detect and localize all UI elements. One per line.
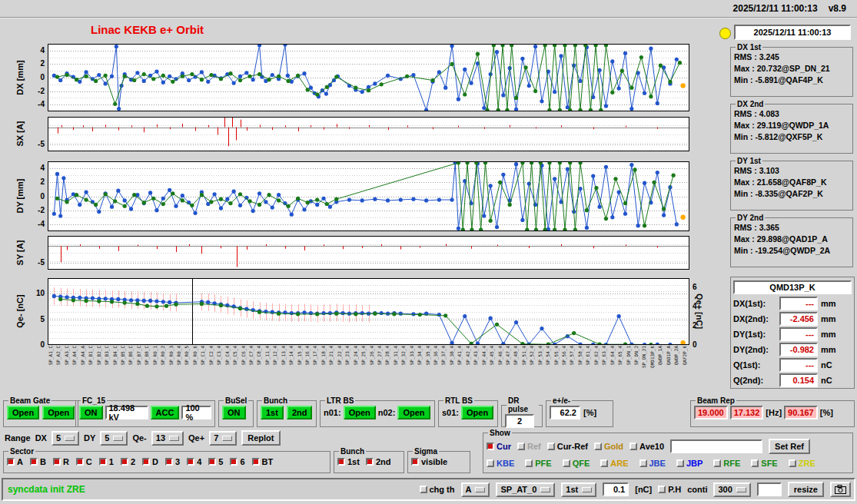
show-ave10-box[interactable]: [629, 443, 637, 450]
x-axis-bpm-label: QAD1P_A: [666, 346, 671, 365]
ltr-n02-open-button[interactable]: Open: [397, 406, 430, 419]
show-are[interactable]: ARE: [600, 459, 628, 468]
show-jbe-box[interactable]: [639, 459, 647, 467]
sector-bt-box[interactable]: [252, 458, 260, 466]
busel-on-button[interactable]: ON: [222, 406, 246, 419]
show-cur-box[interactable]: [487, 443, 494, 450]
show-zre[interactable]: ZRE: [789, 459, 815, 468]
show-qfe[interactable]: QFE: [563, 459, 590, 468]
bunch-sel-1st[interactable]: 1st: [337, 457, 360, 466]
snapshot-button[interactable]: [830, 482, 851, 497]
show-pfe-box[interactable]: [525, 459, 533, 467]
ph-checkbox[interactable]: P.H: [658, 485, 681, 494]
sector-d[interactable]: D: [142, 457, 158, 466]
show-sfe[interactable]: SFE: [751, 459, 777, 468]
fc15-acc-button[interactable]: ACC: [151, 406, 180, 419]
set-ref-button[interactable]: Set Ref: [769, 439, 810, 454]
beam-gate-open-button-2[interactable]: Open: [42, 406, 75, 419]
beam-gate-open-button-1[interactable]: Open: [7, 406, 39, 419]
ph-checkbox-box[interactable]: [658, 486, 666, 493]
sector-b[interactable]: B: [30, 457, 46, 466]
show-are-box[interactable]: [600, 459, 608, 467]
bunch-sel-1st-box[interactable]: [337, 458, 345, 466]
x-axis-bpm-label: SP_14_4: [288, 346, 294, 365]
sector-1-box[interactable]: [99, 458, 107, 466]
ref-file-input[interactable]: [670, 439, 762, 453]
show-kbe-box[interactable]: [487, 459, 494, 467]
show-ref[interactable]: Ref: [517, 442, 541, 451]
range-qe-minus-select[interactable]: 13: [151, 431, 184, 446]
sector-2-box[interactable]: [121, 458, 128, 466]
threshold-field[interactable]: 0.1: [603, 482, 629, 496]
bpm-selector[interactable]: QMD13P_K: [733, 280, 852, 294]
show-sfe-box[interactable]: [751, 459, 759, 467]
fc15-on-button[interactable]: ON: [79, 406, 103, 419]
sigma-visible[interactable]: visible: [411, 457, 447, 466]
show-cur-ref[interactable]: Cur-Ref: [547, 442, 588, 451]
bunch-sel-2nd[interactable]: 2nd: [366, 457, 391, 466]
show-zre-box[interactable]: [789, 459, 796, 467]
sector-6-box[interactable]: [230, 458, 238, 466]
rtl-s01-open-button[interactable]: Open: [461, 406, 493, 419]
show-cur-ref-box[interactable]: [547, 443, 555, 450]
replot-button[interactable]: Replot: [241, 430, 280, 446]
sector-bt[interactable]: BT: [252, 457, 274, 466]
sector-5[interactable]: 5: [208, 457, 223, 466]
show-ref-box[interactable]: [517, 443, 525, 450]
x-axis-bpm-label: SP_C8_4: [256, 346, 261, 365]
show-rfe[interactable]: RFE: [713, 459, 740, 468]
x-axis-bpm-label: SP_B1_C: [88, 346, 93, 365]
show-gold[interactable]: Gold: [594, 442, 623, 451]
ltr-n01-open-button[interactable]: Open: [344, 406, 376, 419]
bunch-1st-select[interactable]: 1st: [561, 482, 596, 497]
sp-at-select[interactable]: SP_AT_0: [496, 482, 555, 497]
monitor-unit: nC: [821, 376, 832, 385]
sigma-visible-box[interactable]: [411, 458, 419, 466]
sector-a[interactable]: A: [7, 457, 23, 466]
sector-4-box[interactable]: [187, 458, 194, 466]
sector-5-box[interactable]: [208, 458, 216, 466]
show-kbe[interactable]: KBE: [487, 459, 514, 468]
range-qe-plus-label: Qe+: [188, 433, 204, 443]
sector-c[interactable]: C: [76, 457, 92, 466]
chg-th-checkbox[interactable]: chg th: [420, 485, 455, 494]
sector-b-box[interactable]: [30, 458, 38, 466]
sector-a-box[interactable]: [7, 458, 15, 466]
range-qe-plus-select[interactable]: 7: [209, 431, 237, 446]
resize-button[interactable]: resize: [788, 482, 824, 497]
sector-4[interactable]: 4: [187, 457, 201, 466]
sector-r[interactable]: R: [53, 457, 69, 466]
sector-c-box[interactable]: [76, 458, 84, 466]
monitor-unit: mm: [821, 345, 836, 354]
show-ave10[interactable]: Ave10: [629, 442, 664, 451]
sector-3[interactable]: 3: [165, 457, 180, 466]
sector-6[interactable]: 6: [230, 457, 244, 466]
show-jbe[interactable]: JBE: [639, 459, 666, 468]
sector-1[interactable]: 1: [99, 457, 114, 466]
x-axis-bpm-label: SP_B2_C: [96, 346, 101, 365]
sector-d-box[interactable]: [142, 458, 150, 466]
count-input[interactable]: [757, 482, 782, 496]
show-rfe-box[interactable]: [713, 459, 721, 467]
interval-select[interactable]: 300: [713, 482, 750, 497]
range-dx-select[interactable]: 5: [51, 431, 79, 446]
show-gold-box[interactable]: [594, 443, 602, 450]
range-dy-select[interactable]: 5: [100, 431, 128, 446]
show-jbp-box[interactable]: [676, 459, 684, 467]
stat-min: Min : -8.335@QAF2P_K: [734, 188, 849, 200]
sector-3-box[interactable]: [165, 458, 173, 466]
sector-2[interactable]: 2: [121, 457, 135, 466]
sector-a-select[interactable]: A: [461, 482, 490, 497]
show-jbp[interactable]: JBP: [676, 459, 703, 468]
x-axis-bpm-label: SP_36_4: [433, 346, 438, 365]
bunch-1st-button[interactable]: 1st: [261, 406, 284, 419]
show-pfe[interactable]: PFE: [525, 459, 551, 468]
show-cur[interactable]: Cur: [487, 442, 511, 451]
show-qfe-box[interactable]: [563, 459, 570, 467]
bunch-2nd-button[interactable]: 2nd: [287, 406, 313, 419]
bunch-sel-2nd-box[interactable]: [366, 458, 374, 466]
sector-r-box[interactable]: [53, 458, 61, 466]
beam-rep-percent-unit: [%]: [820, 408, 833, 417]
x-axis-bpm-label: SP_A1_C: [48, 346, 53, 365]
chg-th-checkbox-box[interactable]: [420, 486, 427, 493]
